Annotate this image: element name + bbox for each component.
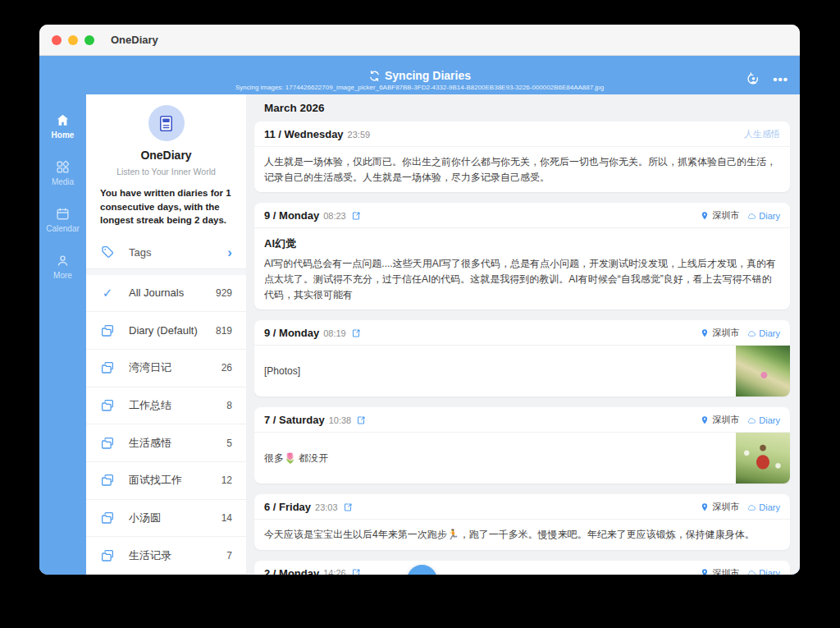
entry-date: 11 / Wednesday	[264, 128, 344, 140]
entry-body: 很多🌷 都没开	[264, 451, 328, 466]
journal-row[interactable]: 湾湾日记 26	[86, 350, 246, 387]
synced-doc-icon	[351, 568, 361, 575]
entry-photo-thumbnail[interactable]	[736, 433, 790, 484]
entry-journal-badge[interactable]: Diary	[746, 328, 780, 338]
calendar-icon	[55, 206, 71, 222]
journal-count: 5	[226, 438, 232, 449]
sync-arrows-icon	[368, 70, 381, 82]
nav-label: Home	[52, 131, 75, 140]
sync-account-icon[interactable]	[746, 72, 760, 86]
window-title: OneDiary	[111, 34, 158, 46]
journal-count: 819	[216, 325, 232, 337]
diary-entry-card[interactable]: 11 / Wednesday 23:59 人生感悟 人生就是一场体验，仅此而已。…	[254, 121, 790, 192]
entry-journal-badge[interactable]: Diary	[746, 568, 780, 575]
minimize-window-button[interactable]	[68, 35, 78, 45]
entry-journal-badge[interactable]: Diary	[746, 415, 780, 425]
weather-cloud-icon	[746, 415, 756, 425]
folders-icon	[100, 511, 115, 525]
macos-titlebar: OneDiary	[39, 25, 800, 56]
entry-date: 9 / Monday	[264, 327, 319, 339]
chevron-right-icon: ›	[227, 245, 232, 259]
sync-header: Syncing Diaries Syncing images: 17744266…	[39, 56, 800, 94]
journal-row[interactable]: 生活记录 7	[86, 537, 246, 575]
journal-row[interactable]: 面试找工作 12	[86, 462, 246, 500]
traffic-lights	[39, 35, 94, 45]
nav-item-calendar[interactable]: Calendar	[46, 206, 80, 233]
entry-body: 今天应该是宝宝出生以后4年来第一次跑步🏃，跑了一千多米。慢慢来吧。年纪来了更应该…	[264, 529, 755, 540]
app-tagline: Listen to Your Inner World	[86, 167, 246, 176]
diary-entry-card[interactable]: 6 / Friday 23:03 深圳市 Diary	[254, 494, 790, 550]
streak-summary: You have written diaries for 1 consecuti…	[86, 186, 246, 227]
diary-book-icon	[157, 114, 176, 133]
entry-tag[interactable]: 人生感悟	[744, 128, 780, 140]
entry-time: 23:59	[348, 130, 371, 140]
entry-photo-thumbnail[interactable]	[736, 346, 790, 397]
nav-rail: Home Media Calendar	[39, 94, 86, 575]
folders-icon	[100, 398, 115, 413]
entry-journal-badge[interactable]: Diary	[746, 211, 780, 221]
journal-row[interactable]: 工作总结 8	[86, 387, 246, 425]
entry-location[interactable]: 深圳市	[700, 414, 739, 426]
map-pin-icon	[700, 415, 710, 425]
diary-entry-card[interactable]: 2 / Monday 14:26 深圳市 Diary	[254, 561, 790, 575]
map-pin-icon	[700, 211, 710, 221]
synced-doc-icon	[351, 328, 361, 338]
entry-title: AI幻觉	[264, 236, 780, 252]
nav-item-media[interactable]: Media	[52, 159, 74, 186]
entry-time: 08:19	[323, 328, 346, 338]
journal-row[interactable]: 生活感悟 5	[86, 424, 246, 462]
zoom-window-button[interactable]	[84, 35, 94, 45]
journal-count: 8	[226, 400, 232, 411]
entry-body: [Photos]	[264, 364, 300, 379]
journal-row-default[interactable]: Diary (Default) 819	[86, 312, 246, 350]
app-name: OneDiary	[86, 149, 246, 162]
tags-label: Tags	[129, 246, 151, 259]
sidebar-panel: OneDiary Listen to Your Inner World You …	[86, 94, 246, 575]
journal-row[interactable]: 小汤圆 14	[86, 500, 246, 538]
tag-icon	[100, 245, 115, 259]
entry-time: 08:23	[323, 211, 346, 221]
nav-item-more[interactable]: More	[53, 253, 72, 280]
synced-doc-icon	[351, 211, 361, 221]
entry-location[interactable]: 深圳市	[700, 501, 739, 513]
map-pin-icon	[700, 502, 710, 512]
journal-count: 7	[226, 550, 232, 562]
entry-time: 23:03	[315, 502, 338, 512]
diary-list: March 2026 11 / Wednesday 23:59 人生感悟 人生就…	[246, 94, 800, 575]
nav-item-home[interactable]: Home	[52, 112, 75, 140]
arrow-to-top-icon	[415, 573, 430, 575]
sync-status-title: Syncing Diaries	[39, 69, 800, 82]
diary-entry-card[interactable]: 9 / Monday 08:19 深圳市 Diary	[254, 320, 790, 397]
nav-label: More	[53, 271, 72, 280]
folders-icon	[100, 548, 115, 563]
app-window: OneDiary Syncing Diaries Syncing images:…	[39, 25, 800, 575]
app-logo	[148, 105, 185, 141]
synced-doc-icon	[356, 415, 366, 425]
folders-icon	[100, 360, 115, 375]
diary-entry-card[interactable]: 7 / Saturday 10:38 深圳市 Diary	[254, 407, 790, 484]
section-divider	[86, 268, 246, 274]
month-header: March 2026	[264, 102, 790, 114]
nav-label: Media	[52, 177, 74, 186]
journal-count: 929	[216, 287, 232, 299]
tags-row[interactable]: Tags ›	[86, 236, 246, 268]
entry-location[interactable]: 深圳市	[700, 327, 739, 339]
close-window-button[interactable]	[52, 35, 62, 45]
diary-entry-card[interactable]: 9 / Monday 08:23 深圳市 Diary	[254, 203, 790, 309]
weather-cloud-icon	[746, 502, 756, 512]
entry-location[interactable]: 深圳市	[700, 567, 739, 575]
journal-row-all[interactable]: ✓ All Journals 929	[86, 275, 246, 313]
weather-cloud-icon	[746, 211, 756, 221]
journal-count: 14	[221, 512, 232, 524]
entry-time: 14:26	[323, 568, 346, 575]
weather-cloud-icon	[746, 328, 756, 338]
check-icon: ✓	[100, 286, 115, 300]
more-menu-icon[interactable]: •••	[773, 73, 788, 85]
entry-location[interactable]: 深圳市	[700, 209, 739, 222]
entry-journal-badge[interactable]: Diary	[746, 502, 780, 512]
map-pin-icon	[700, 328, 710, 338]
person-icon	[55, 253, 71, 268]
media-grid-icon	[55, 159, 71, 175]
map-pin-icon	[700, 568, 710, 575]
entry-date: 2 / Monday	[264, 567, 319, 575]
